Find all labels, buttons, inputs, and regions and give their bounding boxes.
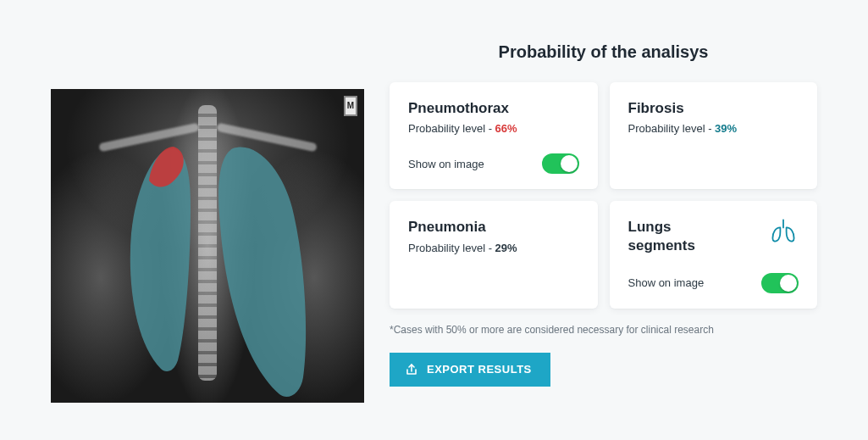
prob-value: 29%: [495, 242, 517, 254]
analysis-panel: Probability of the analisys Pneumothorax…: [390, 42, 817, 415]
result-cards: Pneumothorax Probability level - 66% Sho…: [390, 82, 817, 309]
toggle-lungs-segments[interactable]: [761, 273, 799, 293]
lungs-icon: [768, 216, 799, 245]
prob-value: 39%: [715, 122, 737, 135]
show-on-image-label: Show on image: [628, 276, 705, 289]
toggle-pneumothorax[interactable]: [542, 153, 579, 174]
footnote: *Cases with 50% or more are considered n…: [390, 324, 817, 336]
card-title: Pneumonia: [408, 218, 579, 236]
prob-text: Probability level -: [408, 242, 495, 254]
export-button[interactable]: EXPORT RESULTS: [390, 353, 550, 387]
export-icon: [405, 363, 418, 376]
xray-side-marker: M: [344, 96, 357, 116]
card-title: Lungs segments: [628, 218, 738, 254]
card-title: Fibrosis: [628, 99, 799, 117]
xray-image: M: [51, 89, 364, 403]
card-lungs-segments: Lungs segments Show on image: [610, 201, 818, 309]
prob-text: Probability level -: [628, 122, 716, 135]
card-title: Pneumothorax: [408, 99, 579, 117]
xray-panel: M: [51, 42, 364, 415]
page-title: Probability of the analisys: [390, 42, 817, 62]
probability-label: Probability level - 66%: [408, 122, 579, 135]
export-label: EXPORT RESULTS: [427, 363, 532, 376]
xray-overlay: [51, 89, 364, 403]
card-pneumothorax: Pneumothorax Probability level - 66% Sho…: [390, 82, 598, 189]
prob-text: Probability level -: [408, 122, 495, 135]
probability-label: Probability level - 29%: [408, 242, 579, 254]
probability-label: Probability level - 39%: [628, 122, 799, 135]
show-on-image-label: Show on image: [408, 158, 484, 170]
card-fibrosis: Fibrosis Probability level - 39%: [610, 82, 818, 189]
card-pneumonia: Pneumonia Probability level - 29%: [390, 201, 598, 309]
prob-value: 66%: [495, 122, 517, 135]
